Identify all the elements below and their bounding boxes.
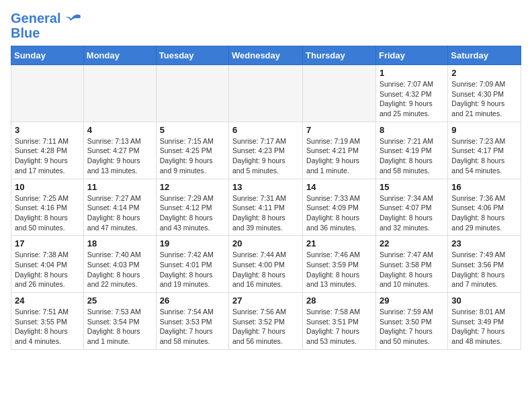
logo-text: General xyxy=(11,11,81,26)
day-number: 19 xyxy=(160,238,225,248)
day-info: Sunrise: 7:51 AM Sunset: 3:55 PM Dayligh… xyxy=(15,307,80,347)
calendar-cell: 11Sunrise: 7:27 AM Sunset: 4:14 PM Dayli… xyxy=(83,179,156,236)
day-number: 4 xyxy=(87,125,152,135)
day-info: Sunrise: 7:31 AM Sunset: 4:11 PM Dayligh… xyxy=(232,193,299,233)
day-info: Sunrise: 7:09 AM Sunset: 4:30 PM Dayligh… xyxy=(451,79,517,119)
logo: General Blue xyxy=(11,11,81,40)
day-number: 16 xyxy=(451,182,517,192)
day-info: Sunrise: 7:07 AM Sunset: 4:32 PM Dayligh… xyxy=(380,79,444,119)
day-info: Sunrise: 7:56 AM Sunset: 3:52 PM Dayligh… xyxy=(232,307,299,347)
day-info: Sunrise: 7:40 AM Sunset: 4:03 PM Dayligh… xyxy=(87,250,152,289)
calendar-cell: 6Sunrise: 7:17 AM Sunset: 4:23 PM Daylig… xyxy=(229,122,303,179)
weekday-header-sunday: Sunday xyxy=(11,46,84,65)
calendar-cell: 27Sunrise: 7:56 AM Sunset: 3:52 PM Dayli… xyxy=(229,293,303,350)
day-number: 13 xyxy=(232,182,299,192)
day-info: Sunrise: 7:33 AM Sunset: 4:09 PM Dayligh… xyxy=(306,193,372,233)
week-row-2: 3Sunrise: 7:11 AM Sunset: 4:28 PM Daylig… xyxy=(11,122,521,179)
day-info: Sunrise: 7:49 AM Sunset: 3:56 PM Dayligh… xyxy=(451,250,517,289)
calendar-cell: 1Sunrise: 7:07 AM Sunset: 4:32 PM Daylig… xyxy=(375,65,447,122)
day-info: Sunrise: 7:25 AM Sunset: 4:16 PM Dayligh… xyxy=(15,193,80,233)
day-info: Sunrise: 7:15 AM Sunset: 4:25 PM Dayligh… xyxy=(160,136,225,176)
calendar-cell: 12Sunrise: 7:29 AM Sunset: 4:12 PM Dayli… xyxy=(156,179,228,236)
calendar-cell: 21Sunrise: 7:46 AM Sunset: 3:59 PM Dayli… xyxy=(303,236,376,293)
day-number: 10 xyxy=(15,182,80,192)
day-number: 24 xyxy=(15,295,80,306)
day-info: Sunrise: 7:47 AM Sunset: 3:58 PM Dayligh… xyxy=(380,250,444,289)
day-info: Sunrise: 7:23 AM Sunset: 4:17 PM Dayligh… xyxy=(451,136,517,176)
day-info: Sunrise: 7:13 AM Sunset: 4:27 PM Dayligh… xyxy=(87,136,152,176)
week-row-5: 24Sunrise: 7:51 AM Sunset: 3:55 PM Dayli… xyxy=(11,293,521,350)
calendar-cell: 2Sunrise: 7:09 AM Sunset: 4:30 PM Daylig… xyxy=(448,65,521,122)
calendar-cell: 15Sunrise: 7:34 AM Sunset: 4:07 PM Dayli… xyxy=(375,179,447,236)
calendar-cell: 3Sunrise: 7:11 AM Sunset: 4:28 PM Daylig… xyxy=(11,122,84,179)
day-info: Sunrise: 8:01 AM Sunset: 3:49 PM Dayligh… xyxy=(451,307,517,347)
day-info: Sunrise: 7:21 AM Sunset: 4:19 PM Dayligh… xyxy=(380,136,444,176)
calendar-cell: 23Sunrise: 7:49 AM Sunset: 3:56 PM Dayli… xyxy=(448,236,521,293)
week-row-1: 1Sunrise: 7:07 AM Sunset: 4:32 PM Daylig… xyxy=(11,65,521,122)
calendar-cell: 14Sunrise: 7:33 AM Sunset: 4:09 PM Dayli… xyxy=(303,179,376,236)
day-number: 14 xyxy=(306,182,372,192)
weekday-header-monday: Monday xyxy=(83,46,156,65)
day-number: 12 xyxy=(160,182,225,192)
day-info: Sunrise: 7:44 AM Sunset: 4:00 PM Dayligh… xyxy=(232,250,299,289)
calendar-cell: 29Sunrise: 7:59 AM Sunset: 3:50 PM Dayli… xyxy=(375,293,447,350)
day-info: Sunrise: 7:29 AM Sunset: 4:12 PM Dayligh… xyxy=(160,193,225,233)
day-info: Sunrise: 7:36 AM Sunset: 4:06 PM Dayligh… xyxy=(451,193,517,233)
calendar-cell: 24Sunrise: 7:51 AM Sunset: 3:55 PM Dayli… xyxy=(11,293,84,350)
weekday-header-thursday: Thursday xyxy=(303,46,376,65)
week-row-4: 17Sunrise: 7:38 AM Sunset: 4:04 PM Dayli… xyxy=(11,236,521,293)
weekday-header-row: SundayMondayTuesdayWednesdayThursdayFrid… xyxy=(11,46,521,65)
day-number: 3 xyxy=(15,125,80,135)
page-header: General Blue xyxy=(11,11,521,40)
day-info: Sunrise: 7:38 AM Sunset: 4:04 PM Dayligh… xyxy=(15,250,80,289)
calendar-cell: 25Sunrise: 7:53 AM Sunset: 3:54 PM Dayli… xyxy=(83,293,156,350)
calendar-cell: 7Sunrise: 7:19 AM Sunset: 4:21 PM Daylig… xyxy=(303,122,376,179)
day-info: Sunrise: 7:42 AM Sunset: 4:01 PM Dayligh… xyxy=(160,250,225,289)
day-info: Sunrise: 7:17 AM Sunset: 4:23 PM Dayligh… xyxy=(232,136,299,176)
day-info: Sunrise: 7:27 AM Sunset: 4:14 PM Dayligh… xyxy=(87,193,152,233)
calendar-cell: 28Sunrise: 7:58 AM Sunset: 3:51 PM Dayli… xyxy=(303,293,376,350)
day-info: Sunrise: 7:54 AM Sunset: 3:53 PM Dayligh… xyxy=(160,307,225,347)
day-number: 8 xyxy=(380,125,444,135)
day-number: 6 xyxy=(232,125,299,135)
calendar-cell xyxy=(83,65,156,122)
day-number: 18 xyxy=(87,238,152,248)
weekday-header-wednesday: Wednesday xyxy=(229,46,303,65)
day-info: Sunrise: 7:59 AM Sunset: 3:50 PM Dayligh… xyxy=(380,307,444,347)
week-row-3: 10Sunrise: 7:25 AM Sunset: 4:16 PM Dayli… xyxy=(11,179,521,236)
calendar-cell: 18Sunrise: 7:40 AM Sunset: 4:03 PM Dayli… xyxy=(83,236,156,293)
weekday-header-friday: Friday xyxy=(375,46,447,65)
day-number: 7 xyxy=(306,125,372,135)
day-number: 20 xyxy=(232,238,299,248)
calendar-cell: 26Sunrise: 7:54 AM Sunset: 3:53 PM Dayli… xyxy=(156,293,228,350)
calendar-cell xyxy=(229,65,303,122)
day-number: 22 xyxy=(380,238,444,248)
day-number: 26 xyxy=(160,295,225,306)
calendar-cell: 13Sunrise: 7:31 AM Sunset: 4:11 PM Dayli… xyxy=(229,179,303,236)
calendar-cell: 22Sunrise: 7:47 AM Sunset: 3:58 PM Dayli… xyxy=(375,236,447,293)
day-number: 11 xyxy=(87,182,152,192)
day-info: Sunrise: 7:34 AM Sunset: 4:07 PM Dayligh… xyxy=(380,193,444,233)
day-number: 21 xyxy=(306,238,372,248)
day-number: 1 xyxy=(380,68,444,78)
calendar-cell xyxy=(303,65,376,122)
calendar-table: SundayMondayTuesdayWednesdayThursdayFrid… xyxy=(11,46,521,350)
calendar-cell xyxy=(11,65,84,122)
calendar-cell: 16Sunrise: 7:36 AM Sunset: 4:06 PM Dayli… xyxy=(448,179,521,236)
weekday-header-tuesday: Tuesday xyxy=(156,46,228,65)
day-info: Sunrise: 7:46 AM Sunset: 3:59 PM Dayligh… xyxy=(306,250,372,289)
day-number: 29 xyxy=(380,295,444,306)
day-number: 2 xyxy=(451,68,517,78)
calendar-cell: 9Sunrise: 7:23 AM Sunset: 4:17 PM Daylig… xyxy=(448,122,521,179)
calendar-cell: 17Sunrise: 7:38 AM Sunset: 4:04 PM Dayli… xyxy=(11,236,84,293)
day-number: 25 xyxy=(87,295,152,306)
logo-bird-icon xyxy=(66,13,81,26)
day-info: Sunrise: 7:58 AM Sunset: 3:51 PM Dayligh… xyxy=(306,307,372,347)
day-number: 27 xyxy=(232,295,299,306)
day-info: Sunrise: 7:11 AM Sunset: 4:28 PM Dayligh… xyxy=(15,136,80,176)
calendar-cell: 5Sunrise: 7:15 AM Sunset: 4:25 PM Daylig… xyxy=(156,122,228,179)
day-number: 9 xyxy=(451,125,517,135)
calendar-cell: 30Sunrise: 8:01 AM Sunset: 3:49 PM Dayli… xyxy=(448,293,521,350)
day-number: 17 xyxy=(15,238,80,248)
day-info: Sunrise: 7:53 AM Sunset: 3:54 PM Dayligh… xyxy=(87,307,152,347)
